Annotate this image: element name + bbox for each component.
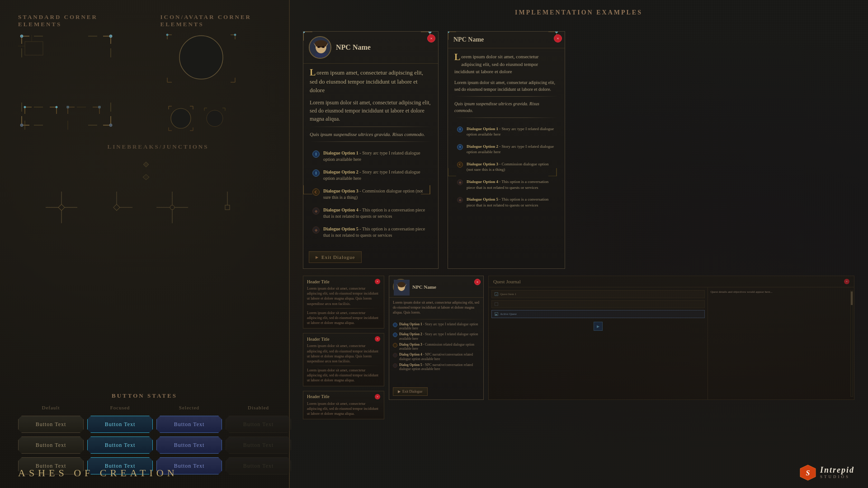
npc-small-text-2: Lorem ipsum dolor sit amet, consectetur … — [454, 79, 558, 93]
small-dialog-option-5[interactable]: ◆ Dialogue Option 5 - This option is a c… — [454, 195, 558, 210]
intrepid-logo: S Intrepid STUDIOS — [799, 464, 854, 481]
npc-mini-icon-5 — [393, 363, 397, 368]
npc-mini-dialog: × NPC Name Lorem ipsum dolor s — [389, 276, 484, 400]
icon-corners-title: Icon/Avatar Corner Elements — [160, 14, 271, 28]
small-dialog-option-2[interactable]: I Dialogue Option 2 - Story arc type I r… — [454, 142, 558, 157]
npc-mini-body-text: Lorem ipsum dolor sit amet, consectetur … — [389, 298, 483, 318]
cross-junction-svg — [156, 192, 188, 223]
dialog-option-5[interactable]: ◆ Dialogue Option 5 - This option is a c… — [310, 224, 432, 240]
npc-text-1: Lorem ipsum amet, consectetur adipiscing… — [310, 68, 432, 95]
npc-mini-option-2[interactable]: Dialog Option 2 - Story arc type I relat… — [393, 332, 480, 341]
linebreaks-section: Linebreaks/Junctions — [18, 143, 271, 230]
btn-default-2[interactable]: Button Text — [18, 436, 84, 454]
svg-text:S: S — [806, 469, 810, 477]
npc-dialog-options: I Dialogue Option 1 - Story arc type I r… — [310, 145, 432, 243]
mini-divider-1 — [307, 308, 380, 309]
npc-name-small: NPC Name — [453, 36, 484, 43]
dialog-option-4[interactable]: ◆ Dialogue Option 4 - This option is a c… — [310, 205, 432, 221]
quest-nav-btn[interactable]: ▶ — [594, 322, 603, 331]
svg-point-42 — [166, 34, 168, 36]
npc-mini-option-3-text: Dialog Option 3 - Commission related dia… — [399, 343, 480, 352]
npc-mini-icon-3 — [393, 343, 397, 347]
svg-point-59 — [207, 110, 223, 127]
npc-avatar-large — [309, 36, 331, 59]
button-default-col: Default Button Text Button Text Button T… — [18, 405, 84, 474]
impl-bottom-row: Header Title × Lorem ipsum dolor sit ame… — [303, 276, 854, 400]
npc-mini-avatar-art — [394, 280, 410, 296]
npc-mini-option-4[interactable]: Dialog Option 4 - NPC narrative/conversa… — [393, 352, 480, 361]
quest-list: ✓ Quest Item 1 ▶ Active Quest ▶ — [489, 287, 708, 399]
svg-rect-38 — [99, 106, 100, 108]
mini-close-3[interactable]: × — [375, 394, 380, 399]
quest-item-2[interactable] — [491, 300, 705, 308]
quest-arrow: ▶ — [491, 320, 705, 333]
mini-close-2[interactable]: × — [375, 336, 380, 342]
implementation-title: Implementation Examples — [303, 9, 854, 16]
mini-header-panel-2: Header Title × Lorem ipsum dolor sit ame… — [303, 333, 384, 386]
svg-point-17 — [109, 124, 112, 127]
npc-mini-icon-1 — [393, 323, 397, 327]
npc-mini-options: Dialog Option 1 - Story arc type I relat… — [389, 321, 483, 385]
npc-mini-option-5[interactable]: Dialog Option 5 - NPC narrative/conversa… — [393, 363, 480, 372]
quest-body: ✓ Quest Item 1 ▶ Active Quest ▶ — [489, 287, 854, 399]
dialog-option-3[interactable]: C Dialogue Option 3 - Commission dialogu… — [310, 186, 432, 202]
btn-default-1[interactable]: Button Text — [18, 416, 84, 433]
quest-journal-header: Quest Journal × — [489, 276, 854, 287]
btn-selected-1[interactable]: Button Text — [156, 416, 222, 433]
npc-mini-close[interactable]: × — [474, 279, 481, 285]
mini-close-1[interactable]: × — [375, 279, 380, 284]
intrepid-name: Intrepid — [820, 466, 854, 475]
small-option-4-icon: ◆ — [457, 179, 463, 185]
small-dialog-option-4[interactable]: ◆ Dialogue Option 4 - This option is a c… — [454, 177, 558, 192]
small-option-3-icon: C — [457, 162, 463, 168]
npc-mini-exit-btn[interactable]: ▶ Exit Dialogue — [393, 387, 428, 396]
quest-scrollbar[interactable] — [850, 290, 853, 397]
quest-close-btn[interactable]: × — [844, 279, 849, 284]
npc-dialog-close-btn[interactable]: × — [427, 34, 435, 42]
svg-rect-82 — [225, 205, 230, 210]
quest-check-1: ✓ — [495, 292, 498, 296]
focused-label: Focused — [110, 405, 130, 410]
linebreaks-title: Linebreaks/Junctions — [45, 143, 271, 150]
end-cap-svg — [212, 192, 243, 223]
t-junction-svg — [46, 192, 77, 223]
quest-item-1[interactable]: ✓ Quest Item 1 — [491, 290, 705, 298]
npc-mini-name: NPC Name — [412, 284, 436, 290]
npc-dialog-header: NPC Name — [303, 32, 438, 64]
mini-body-3-text: Lorem ipsum dolor sit amet, consectetur … — [307, 401, 380, 417]
quest-detail: Quest details and objectives would appea… — [708, 287, 854, 399]
linebreak-2-svg — [27, 173, 271, 183]
small-option-5-icon: ◆ — [457, 197, 463, 203]
mini-body-2-text: Lorem ipsum dolor sit amet, consectetur … — [307, 343, 380, 364]
npc-mini-option-3[interactable]: Dialog Option 3 - Commission related dia… — [393, 343, 480, 352]
npc-mini-option-1[interactable]: Dialog Option 1 - Story arc type I relat… — [393, 322, 480, 331]
mini-header-2-title: Header Title × — [307, 336, 380, 342]
svg-rect-100 — [315, 53, 327, 59]
npc-dialog-small-close-btn[interactable]: × — [554, 34, 562, 42]
btn-disabled-3: Button Text — [226, 457, 291, 474]
small-dialog-option-1[interactable]: I Dialogue Option 1 - Story arc type I r… — [454, 124, 558, 139]
junction-display — [27, 192, 262, 223]
standard-corners-group: Standard Corner Elements — [18, 14, 129, 132]
btn-focused-1[interactable]: Button Text — [87, 416, 153, 433]
option-4-text: Dialogue Option 4 - This option is a con… — [323, 207, 429, 220]
btn-focused-2[interactable]: Button Text — [87, 436, 153, 454]
exit-dialogue-btn[interactable]: Exit Dialogue — [309, 251, 362, 263]
btn-disabled-1: Button Text — [226, 416, 291, 433]
quest-journal-panel: Quest Journal × ✓ Quest Item 1 — [488, 276, 854, 400]
btn-selected-2[interactable]: Button Text — [156, 436, 222, 454]
npc-dialog-body: Lorem ipsum amet, consectetur adipiscing… — [303, 64, 438, 248]
npc-mini-avatar — [393, 279, 409, 295]
small-dialog-option-3[interactable]: C Dialogue Option 3 - Commission dialogu… — [454, 160, 558, 174]
btn-disabled-2: Button Text — [226, 436, 291, 454]
npc-mini-footer: ▶ Exit Dialogue — [389, 385, 483, 399]
svg-rect-65 — [143, 162, 148, 167]
dialog-option-1[interactable]: I Dialogue Option 1 - Story arc type I r… — [310, 148, 432, 164]
npc-dialog-divider-1 — [310, 127, 432, 127]
dialog-option-2[interactable]: I Dialogue Option 2 - Story arc type I r… — [310, 167, 432, 183]
npc-mini-divider — [393, 319, 480, 319]
small-option-3-text: Dialogue Option 3 - Commission dialogue … — [467, 161, 556, 173]
quest-scrollbar-thumb — [851, 291, 853, 305]
quest-item-3[interactable]: ▶ Active Quest — [491, 310, 705, 318]
button-focused-col: Focused Button Text Button Text Button T… — [87, 405, 153, 474]
